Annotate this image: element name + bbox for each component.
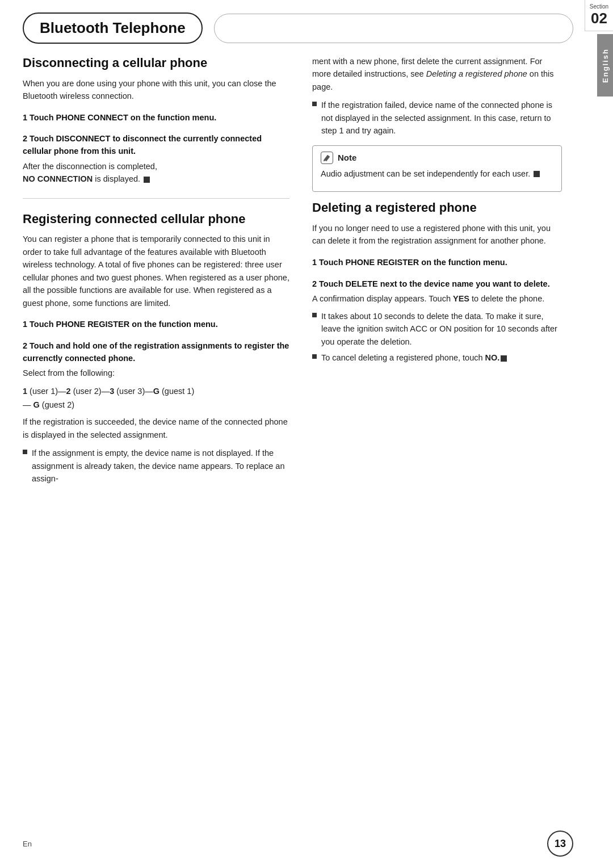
bullet-icon-3	[312, 313, 317, 317]
disconnect-step2-body: After the disconnection is completed, NO…	[23, 160, 289, 186]
footer: En 13	[23, 831, 573, 857]
delete-step2-heading: 2 Touch DELETE next to the device name y…	[312, 278, 562, 291]
bullet-registration-failed: If the registration failed, device name …	[312, 99, 562, 137]
bullet-10seconds: It takes about 10 seconds to delete the …	[312, 310, 562, 348]
bullet-text-3: It takes about 10 seconds to delete the …	[321, 310, 562, 348]
no-text: NO.	[485, 353, 500, 362]
right-column: ment with a new phone, first delete the …	[312, 55, 590, 488]
register-step2-heading: 2 Touch and hold one of the registration…	[23, 340, 289, 365]
disconnect-step2-heading: 2 Touch DISCONNECT to disconnect the cur…	[23, 133, 289, 158]
stop-symbol	[144, 177, 150, 183]
bullet-assignment-empty: If the assignment is empty, the device n…	[23, 447, 289, 485]
section-number: 02	[587, 10, 611, 27]
note-box: Note Audio adjustment can be set indepen…	[312, 145, 562, 192]
bullet-text-2: If the registration failed, device name …	[321, 99, 562, 137]
footer-lang: En	[23, 840, 32, 848]
registering-title: Registering connected cellular phone	[23, 211, 289, 228]
user-sequence: 1 (user 1)—2 (user 2)—3 (user 3)—G (gues…	[23, 384, 289, 412]
pencil-icon	[323, 154, 331, 162]
deleting-intro: If you no longer need to use a registere…	[312, 222, 562, 248]
footer-page: 13	[547, 831, 573, 857]
language-label: English	[601, 48, 610, 83]
language-tab: English	[597, 34, 613, 97]
section-label: Section	[587, 3, 611, 10]
note-body: Audio adjustment can be set independentl…	[321, 167, 553, 180]
stop-symbol-no	[501, 355, 507, 362]
disconnecting-intro: When you are done using your phone with …	[23, 77, 289, 103]
note-icon	[321, 152, 333, 164]
section-deleting: Deleting a registered phone If you no lo…	[312, 200, 562, 364]
bullet-text-1: If the assignment is empty, the device n…	[32, 447, 289, 485]
bullet-icon-4	[312, 354, 317, 359]
section-disconnecting: Disconnecting a cellular phone When you …	[23, 55, 289, 186]
section-box: Section 02	[585, 0, 613, 31]
register-step1-heading: 1 Touch PHONE REGISTER on the function m…	[23, 318, 289, 331]
register-sequence-detail: If the registration is succeeded, the de…	[23, 416, 289, 441]
register-step2-body: Select from the following:	[23, 367, 289, 379]
delete-step1-heading: 1 Touch PHONE REGISTER on the function m…	[312, 257, 562, 269]
header: Bluetooth Telephone	[0, 0, 613, 49]
bullet-cancel-delete: To cancel deleting a registered phone, t…	[312, 351, 562, 364]
no-connection-text: NO CONNECTION	[23, 174, 93, 183]
bullet-text-4: To cancel deleting a registered phone, t…	[321, 351, 507, 364]
bullet-icon-1	[23, 450, 27, 454]
section-divider	[23, 198, 289, 199]
note-label: Note	[338, 153, 356, 162]
registering-intro: You can register a phone that is tempora…	[23, 233, 289, 309]
cont-text: ment with a new phone, first delete the …	[312, 55, 562, 93]
content-area: Disconnecting a cellular phone When you …	[0, 49, 613, 505]
yes-text: YES	[453, 294, 469, 303]
deleting-title: Deleting a registered phone	[312, 200, 562, 216]
page: Section 02 English Bluetooth Telephone D…	[0, 0, 613, 868]
disconnecting-title: Disconnecting a cellular phone	[23, 55, 289, 72]
disconnect-step1-heading: 1 Touch PHONE CONNECT on the function me…	[23, 112, 289, 124]
note-header: Note	[321, 152, 553, 164]
cont-italic: Deleting a registered phone	[426, 69, 527, 78]
page-title: Bluetooth Telephone	[23, 12, 203, 44]
bullet-icon-2	[312, 102, 317, 106]
left-column: Disconnecting a cellular phone When you …	[23, 55, 289, 488]
stop-symbol-note	[534, 171, 540, 177]
header-right-pill	[214, 14, 573, 43]
delete-step2-body: A confirmation display appears. Touch YE…	[312, 292, 562, 305]
section-registering: Registering connected cellular phone You…	[23, 211, 289, 485]
